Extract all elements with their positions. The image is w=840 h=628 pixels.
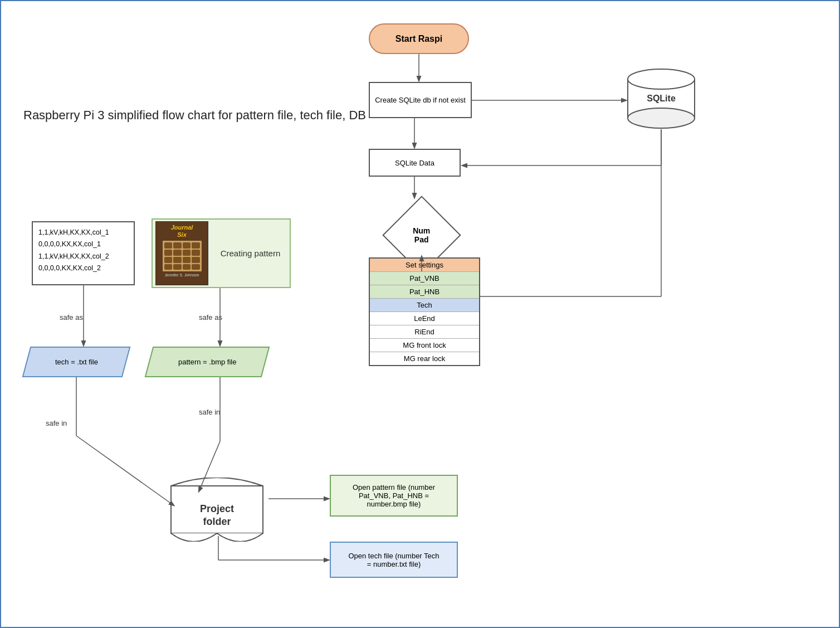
- diagram: Raspberry Pi 3 simplified flow chart for…: [0, 0, 840, 628]
- settings-panel: Set settings Pat_VNB Pat_HNB Tech LeEnd …: [369, 257, 480, 366]
- tech-file-para: tech = .txt file: [26, 347, 126, 377]
- journal-creating-pattern-box: JournalSix Jennifer S. Johnson Creating …: [152, 218, 291, 288]
- svg-text:folder: folder: [203, 516, 231, 527]
- start-raspi-shape: Start Raspi: [369, 23, 469, 54]
- project-folder: Project folder: [165, 478, 268, 542]
- journal-author: Jennifer S. Johnson: [165, 273, 199, 277]
- svg-text:SQLite: SQLite: [647, 94, 676, 103]
- csv-line-4: 0,0,0,0,KX,KX,col_2: [38, 262, 128, 274]
- settings-row-leend: LeEnd: [370, 312, 479, 325]
- journal-pattern: [163, 241, 202, 271]
- open-tech-label: Open tech file (number Tech= number.txt …: [348, 552, 439, 568]
- settings-row-riend: RiEnd: [370, 325, 479, 339]
- sqlite-data-label: SQLite Data: [395, 159, 434, 167]
- safe-as-label-right: safe as: [199, 313, 222, 322]
- title-text: Raspberry Pi 3 simplified flow chart for…: [23, 107, 366, 124]
- create-db-label: Create SQLite db if not exist: [375, 96, 466, 104]
- safe-in-label-right: safe in: [199, 408, 220, 416]
- settings-row-mgrear: MG rear lock: [370, 352, 479, 365]
- svg-text:Project: Project: [200, 503, 234, 514]
- settings-row-pathnb: Pat_HNB: [370, 285, 479, 299]
- journal-book: JournalSix Jennifer S. Johnson: [155, 221, 208, 285]
- svg-point-2: [628, 108, 695, 128]
- safe-as-label-left: safe as: [60, 313, 83, 322]
- svg-line-19: [76, 436, 174, 505]
- csv-data-box: 1,1,kV,kH,KX,KX,col_1 0,0,0,0,KX,KX,col_…: [32, 221, 135, 285]
- csv-line-1: 1,1,kV,kH,KX,KX,col_1: [38, 227, 128, 238]
- create-db-box: Create SQLite db if not exist: [369, 82, 472, 118]
- pattern-file-label: pattern = .bmp file: [178, 358, 236, 366]
- numpad-label: NumPad: [413, 226, 430, 244]
- settings-row-patvnb: Pat_VNB: [370, 272, 479, 285]
- start-raspi-label: Start Raspi: [395, 34, 442, 44]
- settings-row-tech: Tech: [370, 299, 479, 312]
- safe-in-label-left: safe in: [46, 419, 67, 427]
- sqlite-data-box: SQLite Data: [369, 149, 461, 177]
- settings-row-set: Set settings: [370, 259, 479, 272]
- open-pattern-box: Open pattern file (numberPat_VNB, Pat_HN…: [330, 475, 458, 517]
- journal-title: JournalSix: [171, 224, 193, 238]
- svg-point-1: [628, 69, 695, 89]
- tech-file-label: tech = .txt file: [55, 358, 98, 366]
- open-pattern-label: Open pattern file (numberPat_VNB, Pat_HN…: [353, 483, 435, 508]
- settings-row-mgfront: MG front lock: [370, 339, 479, 352]
- sqlite-cylinder: SQLite: [625, 68, 697, 131]
- csv-line-2: 0,0,0,0,KX,KX,col_1: [38, 238, 128, 250]
- csv-line-3: 1,1,kV,kH,KX,KX,col_2: [38, 251, 128, 262]
- open-tech-box: Open tech file (number Tech= number.txt …: [330, 542, 458, 578]
- pattern-file-para: pattern = .bmp file: [149, 347, 266, 377]
- creating-pattern-label: Creating pattern: [211, 246, 290, 261]
